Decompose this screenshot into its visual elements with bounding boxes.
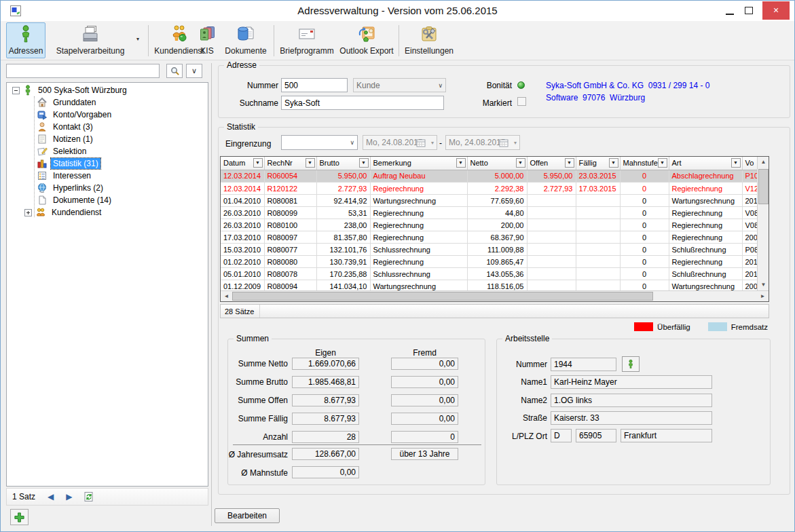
adresstyp-combo[interactable]: Kunde ∨	[353, 78, 446, 92]
table-row[interactable]: 01.12.2009 R080094 141.034,10 Wartungsre…	[221, 280, 757, 291]
summen-row-label: Summe Offen	[228, 396, 288, 405]
avg-mahnstufe-value: 0,00	[292, 466, 359, 478]
filter-dropdown-icon[interactable]: ▼	[306, 158, 315, 168]
column-header-offen[interactable]: Offen▼	[527, 157, 576, 170]
table-row[interactable]: 26.03.2010 R080099 53,31 Regierechnung 4…	[221, 207, 757, 219]
column-header-mahnstufe[interactable]: Mahnstufe▼	[620, 157, 669, 170]
toolbar-button-kis[interactable]: KIS	[195, 22, 219, 58]
toolbar-button-briefprogramm[interactable]: Briefprogramm	[277, 22, 337, 58]
next-record-button[interactable]: ▶	[66, 492, 72, 501]
column-header-netto[interactable]: Netto▼	[467, 157, 527, 170]
selection-pencil-icon	[37, 146, 48, 157]
vertical-scrollbar[interactable]: ▲ ▼	[757, 157, 769, 290]
list-icon	[37, 170, 48, 181]
horizontal-scroll-thumb[interactable]	[232, 292, 653, 301]
tree-item-hyperlinks[interactable]: Hyperlinks (2)	[7, 182, 208, 194]
date-range-separator: -	[439, 138, 442, 148]
column-header-rechnr[interactable]: RechNr▼	[264, 157, 316, 170]
search-input[interactable]	[6, 64, 160, 78]
table-row[interactable]: 12.03.2014 R060054 5.950,00 Auftrag Neub…	[221, 170, 757, 183]
toolbar-button-dokumente[interactable]: Dokumente	[221, 22, 271, 58]
summen-eigen-value: 8.677,93	[292, 394, 359, 406]
toolbar-button-stapelverarbeitung[interactable]: Stapelverarbeitung	[47, 22, 134, 58]
summen-row: Summe Offen 8.677,93 0,00	[228, 394, 486, 406]
scroll-right-icon[interactable]: ►	[757, 291, 769, 302]
tree-item-notizen[interactable]: Notizen (1)	[7, 133, 208, 145]
table-row[interactable]: 01.02.2010 R080080 130.739,91 Regierechn…	[221, 256, 757, 268]
filter-dropdown-icon[interactable]: ▼	[456, 158, 466, 168]
scroll-left-icon[interactable]: ◄	[221, 291, 232, 302]
column-header-faellig[interactable]: Fällig▼	[576, 157, 620, 170]
statistik-group-label: Statistik	[224, 122, 258, 132]
date-from-picker[interactable]: Mo, 24.08.2015 ▾	[363, 135, 437, 150]
table-row[interactable]: 12.03.2014 R120122 2.727,93 Regierechnun…	[221, 183, 757, 195]
table-row[interactable]: 26.03.2010 R080100 238,00 Regierechnung …	[221, 219, 757, 231]
eingrenzung-combo[interactable]: ∨	[281, 135, 358, 150]
filter-dropdown-icon[interactable]: ▼	[359, 158, 369, 168]
toolbar-button-outlook-export[interactable]: Outlook Export	[338, 22, 395, 58]
filter-dropdown-icon[interactable]: ▼	[609, 158, 618, 168]
suchname-input[interactable]	[281, 96, 444, 110]
column-header-art[interactable]: Art▼	[669, 157, 742, 170]
documents-database-icon	[236, 25, 255, 43]
panel-splitter[interactable]	[211, 63, 212, 526]
toolbar-button-einstellungen[interactable]: Einstellungen	[402, 22, 456, 58]
filter-dropdown-icon[interactable]: ▼	[731, 158, 741, 168]
statusbar-divider	[259, 305, 260, 318]
collapse-icon[interactable]	[12, 87, 20, 94]
filter-dropdown-icon[interactable]: ▼	[253, 158, 263, 168]
previous-record-button[interactable]: ◀	[48, 492, 54, 501]
tree-item-kundendienst[interactable]: Kundendienst	[7, 206, 208, 218]
scroll-up-icon[interactable]: ▲	[758, 157, 769, 168]
open-address-button[interactable]	[622, 356, 640, 372]
stapelverarbeitung-dropdown-icon[interactable]: ▾	[136, 36, 139, 42]
add-record-button[interactable]	[10, 509, 29, 525]
column-header-vo[interactable]: Vo	[742, 157, 757, 170]
table-row[interactable]: 17.03.2010 R080097 81.357,80 Regierechnu…	[221, 231, 757, 244]
horizontal-scrollbar[interactable]: ◄ ►	[221, 290, 769, 301]
tree-item-statistik[interactable]: Statistik (31)	[7, 157, 208, 170]
close-button[interactable]: ×	[762, 1, 790, 20]
filter-dropdown-icon[interactable]: ▼	[516, 158, 525, 168]
tree-item-label: Interessen	[51, 170, 93, 181]
markiert-checkbox[interactable]	[517, 97, 526, 106]
filter-dropdown-icon[interactable]: ▼	[565, 158, 574, 168]
refresh-icon[interactable]	[84, 491, 94, 502]
column-header-datum[interactable]: Datum▼	[221, 157, 264, 170]
outlook-export-icon	[357, 25, 376, 43]
toolbar-button-adressen[interactable]: Adressen	[6, 22, 45, 58]
title-bar: Adressverwaltung - Version vom 25.06.201…	[1, 1, 794, 21]
nummer-label: Nummer	[225, 81, 278, 90]
tree-item-interessen[interactable]: Interessen	[7, 170, 208, 182]
expand-icon[interactable]	[24, 209, 32, 216]
vertical-scroll-thumb[interactable]	[758, 169, 769, 204]
summen-fremd-value: 0,00	[391, 376, 458, 388]
table-row[interactable]: 05.01.2010 R080078 170.235,88 Schlussrec…	[221, 268, 757, 280]
column-header-bemerkung[interactable]: Bemerkung▼	[370, 157, 467, 170]
table-row[interactable]: 15.03.2010 R080077 132.101,76 Schlussrec…	[221, 244, 757, 256]
nummer-input[interactable]	[281, 78, 348, 92]
bearbeiten-button[interactable]: Bearbeiten	[215, 508, 280, 523]
bonitaet-label: Bonität	[468, 81, 512, 90]
tree-item-kontakt[interactable]: Kontakt (3)	[7, 121, 208, 133]
date-to-picker[interactable]: Mo, 24.08.2015 ▾	[445, 135, 520, 150]
tree-item-grunddaten[interactable]: Grunddaten	[7, 96, 208, 109]
tree-item-dokumente[interactable]: Dokumente (14)	[7, 194, 208, 206]
strasse-value: Kaiserstr. 33	[551, 411, 712, 425]
column-header-brutto[interactable]: Brutto▼	[316, 157, 370, 170]
minimize-button[interactable]	[726, 14, 734, 15]
overdue-swatch	[634, 322, 653, 331]
table-row[interactable]: 01.04.2010 R080081 92.414,92 Wartungsrec…	[221, 195, 757, 207]
maximize-button[interactable]	[745, 7, 753, 14]
search-button[interactable]	[166, 64, 183, 78]
house-icon	[37, 97, 48, 108]
tree-item-selektion[interactable]: Selektion	[7, 145, 208, 157]
scroll-down-icon[interactable]: ▼	[758, 280, 769, 290]
filter-dropdown-icon[interactable]: ▼	[658, 158, 667, 168]
name2-label: Name2	[497, 396, 547, 405]
tree-item-root[interactable]: 500 Syka-Soft Würzburg	[7, 84, 208, 96]
arbeitsstelle-nummer-value: 1944	[551, 358, 616, 371]
tree-item-konto-vorgaben[interactable]: Konto/Vorgaben	[7, 109, 208, 121]
summen-divider	[233, 444, 481, 445]
search-options-button[interactable]: ∨	[186, 64, 202, 78]
